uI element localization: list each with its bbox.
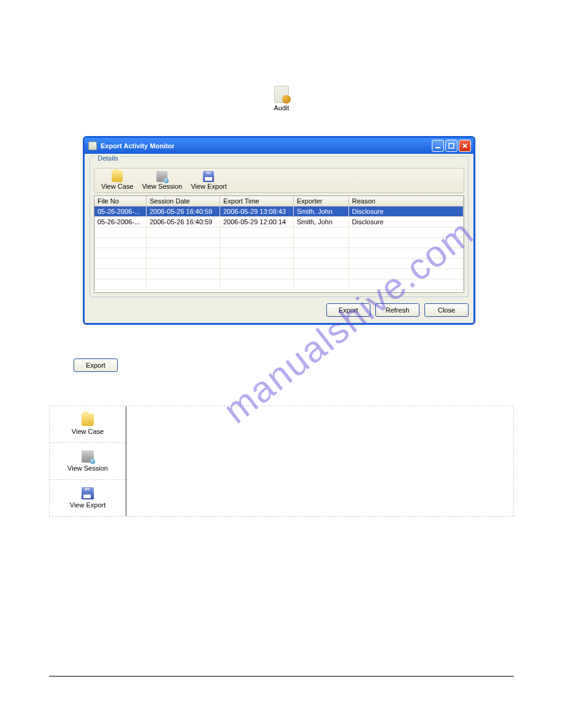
cell: 05-26-2006-... [94,207,147,217]
toolbar-label: View Session [142,183,182,190]
toolbar: View Case View Session View Export [94,168,464,193]
column-header[interactable]: Export Time [220,196,294,207]
folder-icon [112,171,123,182]
export-activity-monitor-dialog: Export Activity Monitor Details [83,136,475,325]
cell: Disclosure [349,217,464,227]
app-icon [88,142,97,150]
audit-label: Audit [274,104,289,112]
side-item-label: View Case [50,428,126,435]
table-row-empty [94,248,464,259]
export-button[interactable]: Export [326,303,370,317]
column-header[interactable]: Session Date [147,196,220,207]
session-icon [156,171,167,182]
view-session-item[interactable]: View Session [50,443,126,480]
minimize-button[interactable] [432,140,444,152]
view-export-button[interactable]: View Export [188,170,230,191]
toolbar-label: View Case [101,183,133,190]
dialog-button-row: Export Refresh Close [90,303,469,317]
audit-icon [274,86,289,103]
grid-header[interactable]: File No Session Date Export Time Exporte… [94,196,464,207]
svg-rect-1 [449,143,454,148]
cell: 2006-05-26 16:40:59 [147,217,220,227]
table-row[interactable]: 05-26-2006-... 2006-05-26 16:40:59 2006-… [94,207,464,217]
column-header[interactable]: Exporter [294,196,349,207]
table-row-empty [94,227,464,238]
cell: 2006-05-26 16:40:59 [147,207,220,217]
export-grid[interactable]: File No Session Date Export Time Exporte… [94,195,464,293]
session-icon [82,450,94,463]
cell: Disclosure [349,207,464,217]
table-row-empty [94,269,464,279]
view-case-button[interactable]: View Case [98,170,136,191]
folder-icon [82,414,94,426]
table-row-empty [94,238,464,248]
details-groupbox: Details View Case View Session View Expo… [90,156,469,297]
refresh-button[interactable]: Refresh [375,303,419,317]
view-session-button[interactable]: View Session [139,170,185,191]
table-row-empty [94,279,464,290]
column-header[interactable]: Reason [349,196,464,207]
icon-reference-table: View Case View Session View Export [49,406,514,517]
export-button-standalone[interactable]: Export [74,358,118,372]
svg-rect-0 [435,147,440,148]
side-item-label: View Export [50,501,126,509]
cell: 2006-05-29 12:00:14 [220,217,294,227]
close-dialog-button[interactable]: Close [424,303,469,317]
groupbox-label: Details [95,154,121,162]
toolbar-label: View Export [191,183,227,190]
table-row[interactable]: 05-26-2006-... 2006-05-26 16:40:59 2006-… [94,217,464,227]
column-header[interactable]: File No [94,196,147,207]
page-rule [49,676,514,677]
maximize-button[interactable] [445,140,458,152]
side-item-label: View Session [50,464,126,472]
cell: 05-26-2006-... [94,217,147,227]
floppy-icon [203,171,214,182]
floppy-icon [82,487,94,499]
view-export-item[interactable]: View Export [50,480,126,516]
cell: Smith, John [294,207,349,217]
grid-body: 05-26-2006-... 2006-05-26 16:40:59 2006-… [94,207,464,292]
close-button[interactable] [459,140,471,152]
table-row-empty [94,259,464,269]
view-case-item[interactable]: View Case [50,406,126,443]
dialog-titlebar[interactable]: Export Activity Monitor [85,138,473,154]
audit-shortcut[interactable]: Audit [49,86,514,112]
cell: 2006-05-29 13:08:43 [220,207,294,217]
cell: Smith, John [294,217,349,227]
dialog-title: Export Activity Monitor [101,142,432,150]
